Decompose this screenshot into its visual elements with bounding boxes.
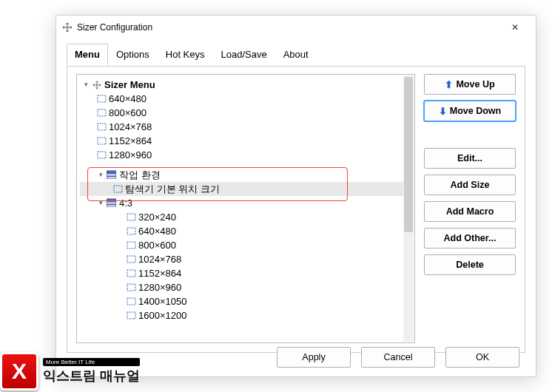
svg-rect-0: [98, 95, 106, 102]
apply-button[interactable]: Apply: [277, 347, 351, 368]
tree-root[interactable]: ▾ Sizer Menu: [80, 78, 413, 92]
svg-rect-3: [98, 138, 106, 144]
tree-item-selected[interactable]: 탐색기 기본 위치 크기: [80, 182, 413, 196]
size-icon: [112, 184, 123, 194]
ok-button[interactable]: OK: [445, 347, 519, 368]
tree-item[interactable]: 640×480: [80, 92, 413, 106]
tree-root-label: Sizer Menu: [104, 78, 155, 92]
cancel-button[interactable]: Cancel: [361, 347, 435, 368]
move-down-button[interactable]: ⬇ Move Down: [424, 101, 516, 121]
watermark-tagline: More Better IT Life: [43, 358, 140, 366]
tree-item-label: 탐색기 기본 위치 크기: [125, 182, 220, 196]
size-icon: [126, 254, 136, 264]
size-icon: [126, 297, 136, 306]
menu-tree[interactable]: ▾ Sizer Menu 640×480 800×600 1024×768 11…: [76, 74, 415, 343]
add-macro-button[interactable]: Add Macro: [424, 201, 516, 222]
size-icon: [126, 268, 136, 278]
svg-rect-6: [107, 174, 116, 176]
watermark-logo: X: [0, 352, 38, 391]
svg-rect-12: [127, 214, 135, 220]
delete-button[interactable]: Delete: [424, 254, 516, 275]
tree-item[interactable]: 1024×768: [80, 252, 413, 266]
size-icon: [126, 226, 136, 236]
group-icon: [107, 170, 117, 180]
tree-item[interactable]: 320×240: [80, 210, 413, 224]
scrollbar[interactable]: [403, 75, 414, 342]
tree-group-label: 작업 환경: [119, 168, 161, 182]
tree-item-label: 640×480: [138, 224, 176, 238]
svg-rect-15: [127, 256, 135, 263]
tree-group-label: 4:3: [119, 196, 132, 210]
arrow-down-icon: ⬇: [439, 106, 447, 117]
tree-item[interactable]: 1280×960: [80, 280, 413, 294]
size-icon: [96, 94, 107, 104]
add-other-button[interactable]: Add Other...: [424, 228, 516, 249]
app-icon: [62, 22, 73, 33]
svg-rect-7: [107, 177, 116, 179]
tree-item-label: 320×240: [138, 210, 176, 224]
svg-rect-5: [107, 171, 116, 173]
tree-item[interactable]: 1152×864: [80, 266, 413, 280]
chevron-down-icon[interactable]: ▾: [81, 78, 90, 92]
tree-item[interactable]: 1152×864: [80, 134, 413, 148]
scroll-thumb[interactable]: [404, 77, 413, 232]
size-icon: [96, 108, 107, 118]
move-icon: [92, 80, 102, 89]
move-up-button[interactable]: ⬆ Move Up: [424, 74, 516, 95]
tree-item[interactable]: 640×480: [80, 224, 413, 238]
size-icon: [126, 240, 136, 250]
svg-rect-18: [127, 298, 135, 305]
watermark: X More Better IT Life 익스트림 매뉴얼: [0, 352, 140, 391]
svg-rect-19: [127, 312, 135, 319]
svg-rect-10: [107, 202, 116, 204]
footer-buttons: Apply Cancel OK: [277, 347, 519, 368]
close-button[interactable]: ✕: [500, 22, 530, 33]
svg-rect-16: [127, 270, 135, 277]
side-buttons: ⬆ Move Up ⬇ Move Down Edit... Add Size A…: [424, 74, 516, 343]
chevron-down-icon[interactable]: ▾: [96, 168, 105, 182]
tree-group-custom[interactable]: ▾ 작업 환경: [80, 168, 413, 182]
tree-item-label: 1280×960: [138, 280, 181, 294]
tab-loadsave[interactable]: Load/Save: [213, 44, 275, 66]
tab-about[interactable]: About: [275, 44, 317, 66]
svg-rect-9: [107, 199, 116, 201]
size-icon: [96, 136, 107, 146]
size-icon: [126, 212, 136, 222]
tree-item[interactable]: 1600×1200: [80, 308, 413, 322]
tree-item-label: 1280×960: [109, 148, 152, 162]
tree-item-label: 1600×1200: [138, 308, 186, 322]
edit-button[interactable]: Edit...: [424, 148, 516, 169]
tree-item[interactable]: 1024×768: [80, 120, 413, 134]
tree-separator: [80, 162, 413, 168]
tree-item-label: 800×600: [109, 106, 147, 120]
titlebar: Sizer Configuration ✕: [56, 16, 536, 39]
tab-panel: ▾ Sizer Menu 640×480 800×600 1024×768 11…: [67, 66, 525, 353]
button-label: Move Up: [456, 79, 494, 89]
tree-item-label: 1400×1050: [138, 294, 186, 308]
svg-rect-1: [98, 109, 106, 116]
tab-options[interactable]: Options: [108, 44, 158, 66]
tree-item[interactable]: 1400×1050: [80, 294, 413, 308]
tree-item-label: 800×600: [138, 238, 176, 252]
tree-group-ratio[interactable]: ▾ 4:3: [80, 196, 413, 210]
group-icon: [107, 198, 117, 208]
tab-menu[interactable]: Menu: [67, 44, 108, 66]
tab-bar: Menu Options Hot Keys Load/Save About: [56, 44, 536, 66]
size-icon: [96, 150, 107, 160]
tree-item[interactable]: 800×600: [80, 106, 413, 120]
watermark-brand: 익스트림 매뉴얼: [43, 367, 140, 385]
tree-item-label: 1024×768: [138, 252, 181, 266]
tab-hotkeys[interactable]: Hot Keys: [158, 44, 213, 66]
svg-rect-2: [98, 124, 106, 130]
size-icon: [126, 311, 136, 320]
svg-rect-11: [107, 205, 116, 207]
chevron-down-icon[interactable]: ▾: [96, 196, 105, 210]
window-title: Sizer Configuration: [77, 22, 152, 33]
add-size-button[interactable]: Add Size: [424, 175, 516, 195]
svg-rect-14: [127, 242, 135, 249]
arrow-up-icon: ⬆: [445, 79, 453, 90]
button-label: Move Down: [450, 106, 501, 116]
tree-item[interactable]: 800×600: [80, 238, 413, 252]
tree-item[interactable]: 1280×960: [80, 148, 413, 162]
tree-item-label: 640×480: [109, 92, 147, 106]
